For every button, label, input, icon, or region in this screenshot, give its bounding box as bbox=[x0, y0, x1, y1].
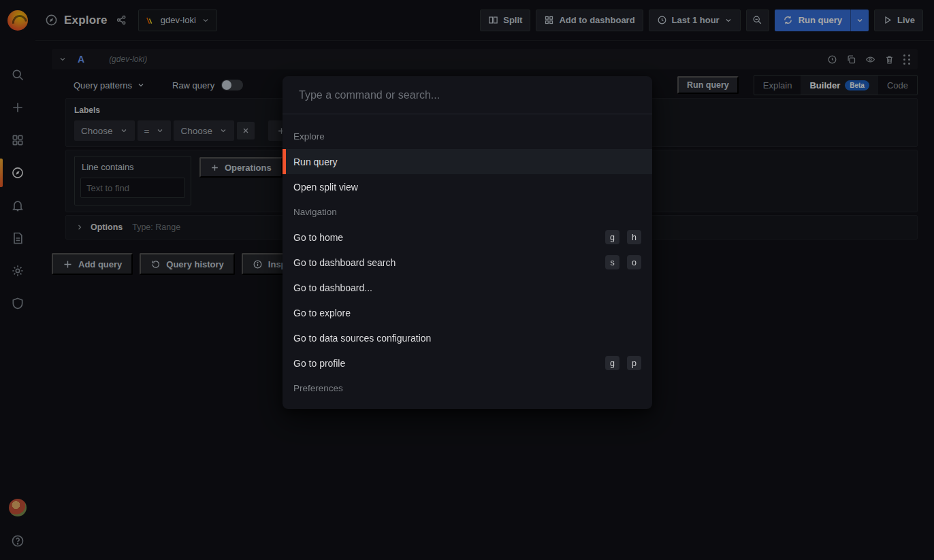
palette-item-label: Go to home bbox=[293, 232, 343, 243]
palette-item-go-to-dashboard-search[interactable]: Go to dashboard searchso bbox=[283, 250, 652, 275]
palette-section-navigation: Navigation bbox=[283, 199, 652, 225]
palette-item-label: Go to dashboard search bbox=[293, 257, 396, 268]
palette-item-label: Go to data sources configuration bbox=[293, 333, 431, 344]
palette-item-go-to-dashboard[interactable]: Go to dashboard... bbox=[283, 275, 652, 300]
palette-item-label: Open split view bbox=[293, 182, 358, 193]
shortcut-keys: gh bbox=[605, 230, 641, 244]
palette-item-go-to-profile[interactable]: Go to profilegp bbox=[283, 350, 652, 376]
shortcut-key: p bbox=[627, 356, 641, 370]
palette-list: ExploreRun queryOpen split viewNavigatio… bbox=[283, 114, 652, 409]
shortcut-key: g bbox=[605, 356, 619, 370]
command-palette-search bbox=[283, 76, 652, 114]
palette-item-run-query[interactable]: Run query bbox=[283, 149, 652, 174]
palette-section-preferences: Preferences bbox=[283, 376, 652, 401]
command-palette: ExploreRun queryOpen split viewNavigatio… bbox=[283, 76, 652, 409]
shortcut-key: h bbox=[627, 230, 641, 244]
palette-item-open-split-view[interactable]: Open split view bbox=[283, 174, 652, 199]
shortcut-keys: gp bbox=[605, 356, 641, 370]
palette-section-explore: Explore bbox=[283, 124, 652, 149]
shortcut-key: s bbox=[605, 255, 619, 269]
palette-item-go-to-data-sources-configuration[interactable]: Go to data sources configuration bbox=[283, 325, 652, 350]
palette-item-label: Run query bbox=[293, 157, 338, 167]
shortcut-keys: so bbox=[605, 255, 641, 269]
shortcut-key: o bbox=[627, 255, 641, 269]
palette-item-label: Go to explore bbox=[293, 308, 351, 318]
palette-item-label: Go to profile bbox=[293, 358, 345, 369]
command-search-input[interactable] bbox=[299, 89, 636, 101]
shortcut-key: g bbox=[605, 230, 619, 244]
palette-item-label: Go to dashboard... bbox=[293, 282, 372, 293]
active-indicator bbox=[283, 149, 286, 174]
palette-item-go-to-explore[interactable]: Go to explore bbox=[283, 300, 652, 325]
palette-item-go-to-home[interactable]: Go to homegh bbox=[283, 225, 652, 250]
